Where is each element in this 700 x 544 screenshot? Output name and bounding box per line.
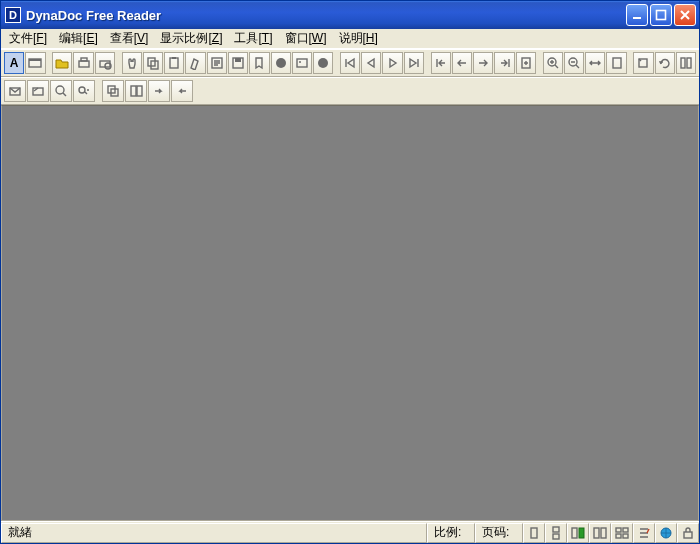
forward-arrow-icon[interactable]: [148, 80, 170, 102]
cascade-icon[interactable]: [102, 80, 124, 102]
zoom-out-button[interactable]: [564, 52, 584, 74]
status-facing-icon[interactable]: [567, 523, 589, 543]
save-button[interactable]: [228, 52, 248, 74]
toolbar-separator: [628, 52, 633, 74]
minimize-button[interactable]: [626, 4, 648, 26]
status-lock-icon[interactable]: [677, 523, 699, 543]
menu-tools[interactable]: 工具[T]: [228, 28, 278, 49]
svg-rect-38: [579, 528, 584, 538]
svg-point-15: [276, 58, 286, 68]
nav-first-icon[interactable]: [431, 52, 451, 74]
record-2-icon[interactable]: [313, 52, 333, 74]
nav-last-icon[interactable]: [494, 52, 514, 74]
titlebar[interactable]: D DynaDoc Free Reader: [1, 1, 699, 29]
toolbar-row-2: [1, 77, 699, 105]
tile-icon[interactable]: [125, 80, 147, 102]
svg-rect-32: [131, 86, 136, 96]
svg-rect-4: [79, 61, 89, 67]
toolbar-separator: [425, 52, 430, 74]
maximize-button[interactable]: [650, 4, 672, 26]
svg-rect-14: [235, 58, 241, 62]
svg-rect-16: [297, 59, 307, 67]
print-button[interactable]: [73, 52, 93, 74]
prev-page-button[interactable]: [361, 52, 381, 74]
mail-reply-icon[interactable]: [27, 80, 49, 102]
copy-button[interactable]: [143, 52, 163, 74]
rotate-left-icon[interactable]: [633, 52, 653, 74]
nav-next-icon[interactable]: [473, 52, 493, 74]
highlight-button[interactable]: [185, 52, 205, 74]
note-button[interactable]: [207, 52, 227, 74]
status-facing-2-icon[interactable]: [589, 523, 611, 543]
status-single-page-icon[interactable]: [523, 523, 545, 543]
window-title: DynaDoc Free Reader: [26, 8, 624, 23]
svg-rect-39: [594, 528, 599, 538]
print-preview-button[interactable]: [95, 52, 115, 74]
image-tool-icon[interactable]: [292, 52, 312, 74]
svg-rect-35: [553, 527, 559, 532]
svg-rect-42: [623, 528, 628, 532]
svg-rect-34: [531, 528, 537, 538]
rotate-right-icon[interactable]: [655, 52, 675, 74]
svg-rect-11: [172, 57, 176, 59]
menu-help[interactable]: 说明[H]: [333, 28, 384, 49]
svg-rect-22: [613, 58, 621, 68]
toolbar-separator: [96, 80, 101, 102]
menubar: 文件[F] 编辑[E] 查看[V] 显示比例[Z] 工具[T] 窗口[W] 说明…: [1, 29, 699, 49]
toolbar-separator: [334, 52, 339, 74]
svg-rect-5: [81, 58, 87, 61]
svg-rect-44: [623, 534, 628, 538]
svg-rect-25: [687, 58, 691, 68]
fit-page-button[interactable]: [606, 52, 626, 74]
page-layout-icon[interactable]: [676, 52, 696, 74]
status-continuous-icon[interactable]: [545, 523, 567, 543]
paste-button[interactable]: [164, 52, 184, 74]
close-button[interactable]: [674, 4, 696, 26]
nav-prev-icon[interactable]: [452, 52, 472, 74]
hand-tool[interactable]: [122, 52, 142, 74]
fit-width-button[interactable]: [585, 52, 605, 74]
first-page-button[interactable]: [340, 52, 360, 74]
menu-file[interactable]: 文件[F]: [3, 28, 53, 49]
toolbar-separator: [47, 52, 52, 74]
text-select-tool[interactable]: A: [4, 52, 24, 74]
status-ready: 就緒: [1, 523, 427, 543]
goto-page-icon[interactable]: [516, 52, 536, 74]
back-arrow-icon[interactable]: [171, 80, 193, 102]
svg-rect-37: [572, 528, 577, 538]
toolbar-separator: [116, 52, 121, 74]
bookmark-button[interactable]: [249, 52, 269, 74]
svg-point-29: [79, 87, 85, 93]
menu-edit[interactable]: 编辑[E]: [53, 28, 104, 49]
svg-rect-36: [553, 534, 559, 539]
next-page-button[interactable]: [382, 52, 402, 74]
browse-tool[interactable]: [25, 52, 45, 74]
svg-rect-1: [657, 11, 666, 20]
menu-view[interactable]: 查看[V]: [104, 28, 155, 49]
svg-rect-46: [684, 532, 692, 538]
record-icon[interactable]: [271, 52, 291, 74]
status-outline-icon[interactable]: [633, 523, 655, 543]
menu-zoom[interactable]: 显示比例[Z]: [154, 28, 228, 49]
status-thumbnail-icon[interactable]: [611, 523, 633, 543]
find-button[interactable]: [50, 80, 72, 102]
last-page-button[interactable]: [404, 52, 424, 74]
svg-point-28: [56, 86, 64, 94]
find-next-icon[interactable]: [73, 80, 95, 102]
svg-rect-33: [137, 86, 142, 96]
zoom-in-button[interactable]: [543, 52, 563, 74]
status-web-icon[interactable]: [655, 523, 677, 543]
svg-rect-41: [616, 528, 621, 532]
status-page-label: 页码:: [475, 523, 523, 543]
document-area[interactable]: [1, 105, 699, 521]
svg-point-18: [318, 58, 328, 68]
menu-window[interactable]: 窗口[W]: [279, 28, 333, 49]
app-window: D DynaDoc Free Reader 文件[F] 编辑[E] 查看[V] …: [0, 0, 700, 544]
open-button[interactable]: [52, 52, 72, 74]
svg-rect-24: [681, 58, 685, 68]
svg-rect-3: [29, 59, 41, 61]
svg-point-17: [299, 61, 301, 63]
mail-forward-icon[interactable]: [4, 80, 26, 102]
statusbar: 就緒 比例: 页码:: [1, 521, 699, 543]
toolbar-separator: [537, 52, 542, 74]
